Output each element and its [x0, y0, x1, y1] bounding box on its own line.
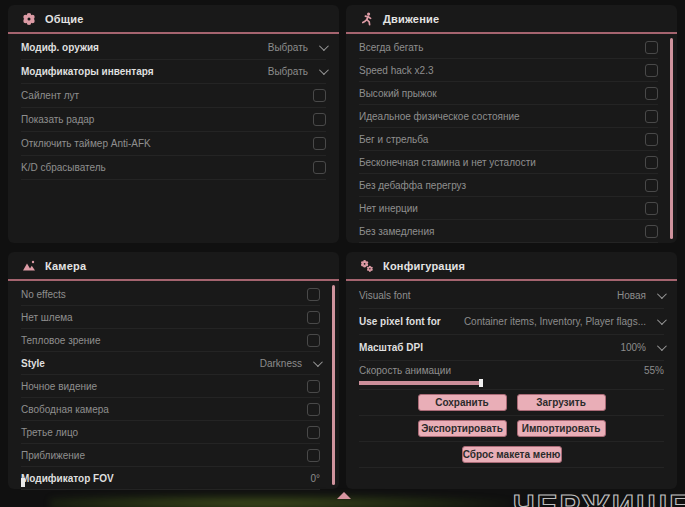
- no-helmet-checkbox[interactable]: [307, 311, 320, 324]
- panel-camera: Камера No effects Нет шлема Тепловое зре…: [8, 252, 339, 489]
- pixel-font-dropdown[interactable]: Container items, Inventory, Player flags…: [464, 316, 664, 327]
- load-button[interactable]: Загрузить: [517, 394, 606, 411]
- perfect-condition-checkbox[interactable]: [645, 110, 658, 123]
- setting-label: K/D сбрасыватель: [21, 162, 106, 173]
- game-background-glow: [50, 494, 510, 507]
- setting-row: Нет шлема: [21, 306, 320, 329]
- setting-row: Масштаб DPI 100%: [359, 335, 664, 361]
- dropdown-value: Darkness: [260, 358, 302, 369]
- import-button[interactable]: Импортировать: [517, 420, 606, 437]
- setting-row: Use pixel font for Container items, Inve…: [359, 309, 664, 335]
- export-button[interactable]: Экспортировать: [418, 420, 507, 437]
- setting-label: Без замедления: [359, 226, 434, 237]
- setting-label: Модификатор FOV: [21, 473, 114, 484]
- setting-label: No effects: [21, 289, 66, 300]
- movement-scrollbar[interactable]: [670, 38, 673, 239]
- setting-row: Visuals font Новая: [359, 283, 664, 309]
- show-radar-checkbox[interactable]: [313, 113, 326, 126]
- visuals-font-dropdown[interactable]: Новая: [617, 290, 664, 301]
- infinite-stamina-checkbox[interactable]: [645, 156, 658, 169]
- no-inertia-checkbox[interactable]: [645, 202, 658, 215]
- setting-row: K/D сбрасыватель: [21, 156, 326, 180]
- button-row: Экспортировать Импортировать: [359, 416, 664, 442]
- chevron-down-icon: [313, 357, 323, 367]
- button-row: Сброс макета меню: [359, 442, 664, 468]
- run-and-shoot-checkbox[interactable]: [645, 133, 658, 146]
- slider-fill: [359, 381, 481, 385]
- dropdown-value: Выбрать: [268, 42, 308, 53]
- panel-camera-header[interactable]: Камера: [8, 252, 339, 281]
- no-effects-checkbox[interactable]: [307, 288, 320, 301]
- free-camera-checkbox[interactable]: [307, 403, 320, 416]
- setting-row: Модификатор FOV 0°: [21, 467, 320, 490]
- panel-title: Конфигурация: [383, 260, 465, 272]
- setting-label: Модификаторы инвентаря: [21, 66, 154, 77]
- slider-handle[interactable]: [479, 379, 483, 387]
- third-person-checkbox[interactable]: [307, 426, 320, 439]
- speed-hack-checkbox[interactable]: [645, 64, 658, 77]
- button-row: Сохранить Загрузить: [359, 390, 664, 416]
- save-button[interactable]: Сохранить: [418, 394, 507, 411]
- dpi-scale-dropdown[interactable]: 100%: [620, 342, 664, 353]
- setting-row: Тепловое зрение: [21, 329, 320, 352]
- setting-row: Бег и стрельба: [359, 128, 658, 151]
- watermark-text: ЧЕРЖИШЕ: [513, 489, 685, 507]
- setting-label: Speed hack x2.3: [359, 65, 434, 76]
- runner-icon: [360, 12, 374, 26]
- panel-general-header[interactable]: Общие: [8, 5, 339, 34]
- camera-scrollbar[interactable]: [332, 285, 335, 485]
- setting-row: Идеальное физическое состояние: [359, 105, 658, 128]
- no-slowdown-checkbox[interactable]: [645, 225, 658, 238]
- dropdown-value: Новая: [617, 290, 646, 301]
- setting-label: Тепловое зрение: [21, 335, 101, 346]
- resize-triangle-icon[interactable]: [337, 492, 351, 499]
- setting-label: Модиф. оружия: [21, 42, 99, 53]
- inventory-modifier-dropdown[interactable]: Выбрать: [268, 66, 326, 77]
- night-vision-checkbox[interactable]: [307, 380, 320, 393]
- kd-reset-checkbox[interactable]: [313, 161, 326, 174]
- panel-config-header[interactable]: Конфигурация: [346, 252, 677, 281]
- image-icon: [22, 259, 36, 273]
- fov-slider-handle[interactable]: [21, 478, 25, 487]
- animation-speed-slider[interactable]: [359, 381, 664, 385]
- no-overload-debuff-checkbox[interactable]: [645, 179, 658, 192]
- dropdown-value: 100%: [620, 342, 646, 353]
- setting-label: Нет шлема: [21, 312, 73, 323]
- chevron-down-icon: [657, 315, 667, 325]
- setting-label: Ночное видение: [21, 381, 97, 392]
- setting-label: Третье лицо: [21, 427, 78, 438]
- setting-label: Приближение: [21, 450, 85, 461]
- chevron-down-icon: [657, 341, 667, 351]
- setting-row: Третье лицо: [21, 421, 320, 444]
- always-run-checkbox[interactable]: [645, 41, 658, 54]
- setting-label: Бег и стрельба: [359, 134, 428, 145]
- chevron-down-icon: [657, 289, 667, 299]
- setting-row: Отключить таймер Anti-AFK: [21, 132, 326, 156]
- setting-label: Всегда бегать: [359, 42, 423, 53]
- zoom-checkbox[interactable]: [307, 449, 320, 462]
- reset-menu-layout-button[interactable]: Сброс макета меню: [462, 446, 562, 463]
- setting-row: Speed hack x2.3: [359, 59, 658, 82]
- panel-movement: Движение Всегда бегать Speed hack x2.3 В…: [346, 5, 677, 243]
- setting-row: No effects: [21, 283, 320, 306]
- panel-title: Общие: [45, 13, 84, 25]
- weapon-modifier-dropdown[interactable]: Выбрать: [268, 42, 326, 53]
- setting-row: Модификаторы инвентаря Выбрать: [21, 60, 326, 84]
- anti-afk-checkbox[interactable]: [313, 137, 326, 150]
- silent-loot-checkbox[interactable]: [313, 89, 326, 102]
- dropdown-value: Container items, Inventory, Player flags…: [464, 316, 646, 327]
- panel-movement-header[interactable]: Движение: [346, 5, 677, 34]
- setting-label: Сайлент лут: [21, 90, 79, 101]
- setting-label: Свободная камера: [21, 404, 109, 415]
- style-dropdown[interactable]: Darkness: [260, 358, 320, 369]
- panel-general: Общие Модиф. оружия Выбрать Модификаторы…: [8, 5, 339, 243]
- setting-label: Показать радар: [21, 114, 94, 125]
- setting-label: Высокий прыжок: [359, 88, 437, 99]
- setting-label: Use pixel font for: [359, 316, 441, 327]
- setting-row: Всегда бегать: [359, 36, 658, 59]
- panel-title: Камера: [45, 260, 86, 272]
- setting-row: Сайлент лут: [21, 84, 326, 108]
- thermal-vision-checkbox[interactable]: [307, 334, 320, 347]
- high-jump-checkbox[interactable]: [645, 87, 658, 100]
- setting-row: Скорость анимации 55%: [359, 361, 664, 380]
